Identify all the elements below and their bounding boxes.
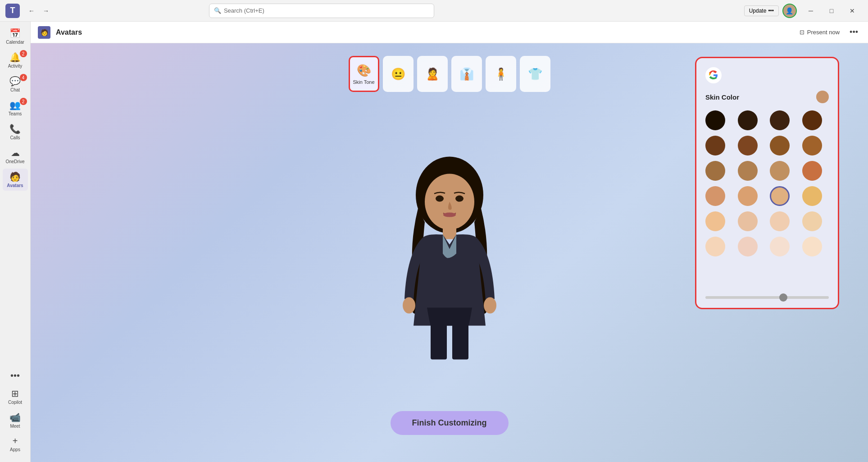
toolbar-accessories[interactable]: 🧍: [486, 56, 516, 92]
nav-controls: ← →: [25, 5, 52, 17]
finish-customizing-button[interactable]: Finish Customizing: [391, 411, 509, 435]
svg-point-4: [443, 212, 456, 217]
svg-rect-5: [443, 225, 456, 239]
user-avatar[interactable]: 👤: [782, 4, 797, 18]
skin-tone-icon: 🎨: [357, 64, 371, 78]
color-swatch[interactable]: [705, 211, 725, 231]
teams-badge: 2: [20, 98, 27, 105]
svg-rect-8: [431, 323, 447, 359]
copilot-icon: ⊞: [11, 388, 19, 399]
avatar-svg: [382, 154, 517, 389]
sidebar-item-label: Avatars: [7, 183, 23, 188]
svg-point-7: [484, 297, 496, 313]
accessories-icon: 🧍: [494, 67, 508, 81]
toolbar-body[interactable]: 👔: [451, 56, 482, 92]
sidebar-item-teams[interactable]: 👥 Teams 2: [3, 97, 28, 119]
body-icon: 👔: [459, 67, 474, 81]
activity-icon: 🔔: [9, 52, 21, 63]
google-logo-icon: [708, 70, 719, 81]
color-swatch[interactable]: [738, 110, 758, 130]
color-swatch[interactable]: [705, 186, 725, 206]
update-button[interactable]: Update •••: [744, 5, 779, 16]
color-swatch[interactable]: [802, 136, 822, 156]
color-swatch[interactable]: [770, 237, 790, 256]
sidebar-item-meet[interactable]: 📹 Meet: [3, 409, 28, 431]
back-button[interactable]: ←: [25, 5, 38, 17]
titlebar-right: Update ••• 👤 ─ □ ✕: [744, 4, 863, 18]
sidebar-item-calendar[interactable]: 📅 Calendar: [3, 25, 28, 47]
page-title: Avatars: [56, 28, 82, 37]
color-swatch[interactable]: [770, 136, 790, 156]
panel-logo: [705, 67, 722, 83]
color-swatch[interactable]: [802, 161, 822, 181]
search-icon: 🔍: [214, 7, 221, 14]
toolbar-head[interactable]: 🙎: [417, 56, 448, 92]
present-now-button[interactable]: ⊡ Present now: [796, 27, 843, 37]
header-right: ⊡ Present now •••: [796, 26, 861, 39]
content-area: 🧑 Avatars ⊡ Present now ••• 🎨 Skin Tone …: [31, 22, 868, 462]
app-logo: T: [5, 4, 20, 18]
present-icon: ⊡: [800, 29, 804, 36]
selected-color-dot: [816, 91, 829, 103]
onedrive-icon: ☁: [11, 147, 20, 158]
color-swatch[interactable]: [705, 237, 725, 256]
color-swatch[interactable]: [802, 110, 822, 130]
sidebar-item-copilot[interactable]: ⊞ Copilot: [3, 385, 28, 407]
window-close-button[interactable]: ✕: [842, 4, 863, 18]
sidebar-item-label: OneDrive: [5, 159, 24, 164]
face-icon: 😐: [391, 67, 405, 81]
color-swatch[interactable]: [802, 186, 822, 206]
color-swatch[interactable]: [770, 110, 790, 130]
sidebar-item-calls[interactable]: 📞 Calls: [3, 121, 28, 143]
titlebar: T ← → 🔍 Search (Ctrl+E) Update ••• 👤 ─ □…: [0, 0, 868, 22]
slider-track: [705, 296, 829, 299]
calls-icon: 📞: [9, 124, 21, 134]
more-icon: •••: [10, 371, 20, 381]
sidebar-item-label: Calls: [10, 135, 20, 140]
search-placeholder: Search (Ctrl+E): [224, 7, 264, 14]
color-swatch[interactable]: [705, 136, 725, 156]
sidebar-item-apps[interactable]: + Apps: [3, 433, 28, 455]
color-swatch[interactable]: [770, 211, 790, 231]
color-swatch[interactable]: [738, 237, 758, 256]
color-swatch[interactable]: [738, 161, 758, 181]
sidebar-item-label: Calendar: [6, 40, 24, 45]
sidebar-item-label: Activity: [8, 64, 23, 69]
app-header: 🧑 Avatars ⊡ Present now •••: [31, 22, 868, 43]
minimize-button[interactable]: ─: [800, 4, 821, 18]
calendar-icon: 📅: [9, 28, 21, 39]
svg-point-2: [436, 195, 444, 201]
teams-icon: 👥: [9, 100, 21, 110]
svg-rect-9: [452, 323, 468, 359]
color-swatch[interactable]: [705, 161, 725, 181]
color-swatch[interactable]: [705, 110, 725, 130]
toolbar-outfit[interactable]: 👕: [520, 56, 550, 92]
sidebar-item-activity[interactable]: 🔔 Activity 2: [3, 49, 28, 71]
skin-color-panel: Skin Color: [695, 57, 839, 309]
color-swatch[interactable]: [738, 186, 758, 206]
window-controls: ─ □ ✕: [800, 4, 863, 18]
toolbar-skin-tone[interactable]: 🎨 Skin Tone: [349, 56, 379, 92]
main-layout: 📅 Calendar 🔔 Activity 2 💬 Chat 4 👥 Teams…: [0, 22, 868, 462]
toolbar-face[interactable]: 😐: [383, 56, 414, 92]
color-swatch[interactable]: [770, 186, 790, 206]
chat-badge: 4: [20, 74, 27, 81]
sidebar-item-more[interactable]: •••: [3, 368, 28, 384]
avatar-workspace: 🎨 Skin Tone 😐 🙎 👔 🧍 👕: [31, 43, 868, 462]
skin-color-grid: [705, 110, 829, 256]
color-swatch[interactable]: [770, 161, 790, 181]
color-swatch[interactable]: [738, 136, 758, 156]
color-swatch[interactable]: [802, 211, 822, 231]
color-swatch[interactable]: [738, 211, 758, 231]
header-more-button[interactable]: •••: [847, 26, 861, 39]
maximize-button[interactable]: □: [821, 4, 842, 18]
color-swatch[interactable]: [802, 237, 822, 256]
sidebar-item-avatars[interactable]: 🧑 Avatars: [3, 169, 28, 191]
search-bar[interactable]: 🔍 Search (Ctrl+E): [209, 4, 434, 18]
forward-button[interactable]: →: [40, 5, 52, 17]
slider-thumb[interactable]: [779, 293, 787, 302]
skin-slider[interactable]: [705, 296, 829, 299]
sidebar-item-chat[interactable]: 💬 Chat 4: [3, 73, 28, 95]
apps-icon: +: [13, 436, 18, 446]
sidebar-item-onedrive[interactable]: ☁ OneDrive: [3, 145, 28, 167]
